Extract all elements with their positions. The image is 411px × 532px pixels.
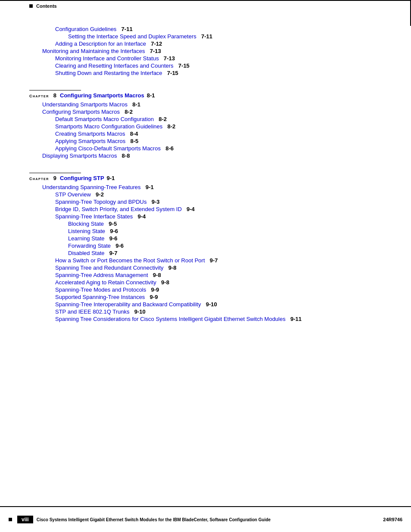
toc-link-stp-modes[interactable]: Spanning-Tree Modes and Protocols [55, 286, 146, 293]
toc-link-accelerated-aging[interactable]: Accelerated Aging to Retain Connectivity [55, 279, 156, 286]
toc-link-stp-interface-states[interactable]: Spanning-Tree Interface States [55, 213, 133, 220]
toc-item-shutting-down: Shutting Down and Restarting the Interfa… [55, 70, 394, 76]
toc-item-learning-state: Learning State 9-6 [68, 235, 394, 242]
toc-link-displaying-smartports[interactable]: Displaying Smartports Macros [42, 152, 117, 159]
toc-link-default-smartports[interactable]: Default Smartports Macro Configuration [55, 116, 154, 122]
toc-link-shutting-down[interactable]: Shutting Down and Restarting the Interfa… [55, 70, 162, 76]
toc-link-clearing[interactable]: Clearing and Resetting Interfaces and Co… [55, 62, 174, 69]
chapter-8-page: 8-1 [147, 92, 155, 99]
toc-link-config-guidelines[interactable]: Configuration Guidelines [55, 26, 116, 32]
page-num: 8-5 [127, 138, 138, 144]
page-num: 9-4 [134, 213, 146, 220]
toc-link-speed-duplex[interactable]: Setting the Interface Speed and Duplex P… [68, 33, 196, 40]
chapter-9-title-link[interactable]: Configuring STP [60, 175, 104, 181]
toc-item-stp-overview: STP Overview 9-2 [55, 191, 394, 198]
toc-item-disabled-state: Disabled State 9-7 [68, 250, 394, 256]
toc-link-stp-topology[interactable]: Spanning-Tree Topology and BPDUs [55, 199, 146, 205]
toc-item-supported-instances: Supported Spanning-Tree Instances 9-9 [55, 294, 394, 300]
toc-item-description: Adding a Description for an Interface 7-… [55, 40, 394, 47]
page-num: 9-6 [112, 243, 124, 249]
page-num: 7-11 [198, 33, 212, 40]
toc-link-blocking-state[interactable]: Blocking State [68, 221, 104, 227]
toc-link-supported-instances[interactable]: Supported Spanning-Tree Instances [55, 294, 145, 300]
page-num: 9-8 [158, 279, 169, 286]
toc-item-clearing: Clearing and Resetting Interfaces and Co… [55, 62, 394, 69]
header-icon [29, 4, 33, 8]
pre-entries-section: Configuration Guidelines 7-11 Setting th… [29, 26, 394, 76]
header: Contents [29, 3, 57, 9]
page-num: 7-15 [175, 62, 190, 69]
chapter-9-header: CHAPTER 9 Configuring STP 9-1 [29, 175, 394, 181]
toc-link-creating-smartports[interactable]: Creating Smartports Macros [55, 131, 125, 137]
toc-link-disabled-state[interactable]: Disabled State [68, 250, 105, 256]
toc-item-default-smartports: Default Smartports Macro Configuration 8… [55, 116, 394, 122]
page-num: 8-2 [156, 116, 167, 122]
toc-link-description[interactable]: Adding a Description for an Interface [55, 40, 146, 47]
toc-link-ieee-trunks[interactable]: STP and IEEE 802.1Q Trunks [55, 308, 129, 315]
footer-left: viii Cisco Systems Intelligent Gigabit E… [9, 516, 271, 523]
toc-link-stp-overview[interactable]: STP Overview [55, 191, 91, 198]
page-num: 9-10 [131, 308, 145, 315]
toc-item-creating-smartports: Creating Smartports Macros 8-4 [55, 131, 394, 137]
toc-item-configuring-smartports: Configuring Smartports Macros 8-2 [42, 109, 394, 115]
page-num: 9-5 [106, 221, 117, 227]
header-label: Contents [36, 3, 57, 9]
page-num: 9-11 [287, 316, 302, 322]
toc-item-displaying-smartports: Displaying Smartports Macros 8-8 [42, 152, 394, 159]
page-num: 8-4 [127, 131, 138, 137]
toc-item-stp-interface-states: Spanning-Tree Interface States 9-4 [55, 213, 394, 220]
toc-link-monitoring-maintaining[interactable]: Monitoring and Maintaining the Interface… [42, 48, 145, 54]
toc-link-address-management[interactable]: Spanning-Tree Address Management [55, 272, 148, 278]
footer: viii Cisco Systems Intelligent Gigabit E… [0, 506, 411, 532]
toc-link-considerations[interactable]: Spanning Tree Considerations for Cisco S… [55, 316, 286, 322]
top-border [0, 0, 411, 1]
chapter-9-page: 9-1 [107, 175, 115, 181]
chapter-9-section: CHAPTER 9 Configuring STP 9-1 Understand… [29, 173, 394, 322]
toc-item-monitoring-maintaining: Monitoring and Maintaining the Interface… [42, 48, 394, 54]
page-num: 7-13 [161, 55, 175, 62]
toc-item-considerations: Spanning Tree Considerations for Cisco S… [55, 316, 394, 322]
toc-link-understanding-smartports[interactable]: Understanding Smartports Macros [42, 101, 128, 108]
page-num: 9-3 [148, 199, 159, 205]
toc-item-address-management: Spanning-Tree Address Management 9-8 [55, 272, 394, 278]
toc-item-speed-duplex: Setting the Interface Speed and Duplex P… [68, 33, 394, 40]
toc-item-bridge-id: Bridge ID, Switch Priority, and Extended… [55, 206, 394, 212]
toc-link-understanding-stp[interactable]: Understanding Spanning-Tree Features [42, 184, 141, 190]
page-num: 9-8 [150, 272, 161, 278]
page-num: 8-8 [118, 152, 130, 159]
page-num: 8-2 [121, 109, 133, 115]
chapter-8-title-link[interactable]: Configuring Smartports Macros [60, 92, 144, 99]
toc-item-understanding-smartports: Understanding Smartports Macros 8-1 [42, 101, 394, 108]
page-num: 9-9 [146, 294, 158, 300]
toc-content: Configuration Guidelines 7-11 Setting th… [29, 26, 394, 498]
page-num: 9-7 [207, 257, 218, 264]
chapter-8-number: 8 [53, 92, 56, 99]
toc-link-smartports-guidelines[interactable]: Smartports Macro Configuration Guideline… [55, 123, 162, 130]
toc-link-listening-state[interactable]: Listening State [68, 228, 105, 234]
toc-link-redundant-connectivity[interactable]: Spanning Tree and Redundant Connectivity [55, 264, 164, 271]
toc-item-stp-topology: Spanning-Tree Topology and BPDUs 9-3 [55, 199, 394, 205]
page-num: 7-11 [118, 26, 132, 32]
toc-item-ieee-trunks: STP and IEEE 802.1Q Trunks 9-10 [55, 308, 394, 315]
toc-link-root-switch[interactable]: How a Switch or Port Becomes the Root Sw… [55, 257, 205, 264]
toc-item-forwarding-state: Forwarding State 9-6 [68, 243, 394, 249]
toc-link-configuring-smartports[interactable]: Configuring Smartports Macros [42, 109, 120, 115]
toc-item-applying-cisco-default: Applying Cisco-Default Smartports Macros… [55, 145, 394, 152]
toc-item-interoperability: Spanning-Tree Interoperability and Backw… [55, 301, 394, 308]
chapter-9-number: 9 [53, 175, 56, 181]
toc-link-interoperability[interactable]: Spanning-Tree Interoperability and Backw… [55, 301, 201, 308]
page-num: 9-2 [93, 191, 104, 198]
toc-link-learning-state[interactable]: Learning State [68, 235, 105, 242]
page-num: 7-15 [164, 70, 178, 76]
toc-link-applying-smartports[interactable]: Applying Smartports Macros [55, 138, 125, 144]
toc-link-bridge-id[interactable]: Bridge ID, Switch Priority, and Extended… [55, 206, 182, 212]
toc-link-forwarding-state[interactable]: Forwarding State [68, 243, 111, 249]
toc-item-config-guidelines: Configuration Guidelines 7-11 [55, 26, 394, 32]
page-num: 9-9 [148, 286, 159, 293]
chapter-8-section: CHAPTER 8 Configuring Smartports Macros … [29, 90, 394, 159]
toc-link-applying-cisco-default[interactable]: Applying Cisco-Default Smartports Macros [55, 145, 161, 152]
page-num: 8-1 [129, 101, 140, 108]
toc-link-monitoring-interface[interactable]: Monitoring Interface and Controller Stat… [55, 55, 159, 62]
toc-item-understanding-stp: Understanding Spanning-Tree Features 9-1 [42, 184, 394, 190]
toc-item-blocking-state: Blocking State 9-5 [68, 221, 394, 227]
